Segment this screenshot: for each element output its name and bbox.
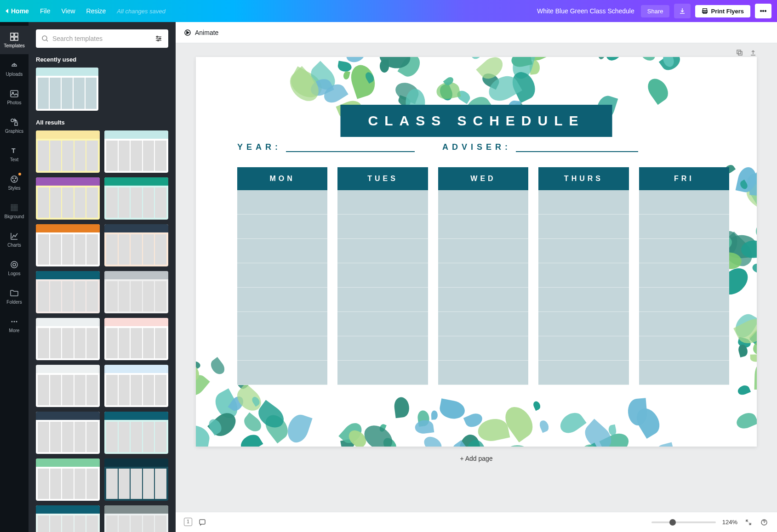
template-thumb[interactable]	[104, 505, 168, 532]
all-templates	[36, 130, 168, 532]
template-thumb[interactable]	[104, 458, 168, 501]
section-all-results: All results	[36, 119, 168, 126]
more-button[interactable]: •••	[755, 4, 771, 18]
year-field[interactable]: YEAR:	[237, 142, 415, 152]
document-title[interactable]: White Blue Green Class Schedule	[537, 7, 634, 15]
search-input[interactable]	[52, 35, 151, 42]
header-right: White Blue Green Class Schedule Share Pr…	[537, 4, 771, 18]
header-left: Home File View Resize All changes saved	[6, 7, 166, 15]
template-thumb[interactable]	[104, 271, 168, 313]
nav-label: Text	[10, 157, 18, 162]
svg-rect-28	[200, 520, 205, 524]
template-thumb[interactable]	[36, 365, 100, 407]
zoom-slider[interactable]	[651, 521, 716, 523]
more-icon	[10, 317, 19, 326]
export-page-button[interactable]	[749, 49, 757, 58]
day-header: THURS	[538, 167, 628, 190]
template-thumb[interactable]	[104, 318, 168, 360]
template-thumb[interactable]	[36, 130, 100, 173]
nav-label: Styles	[8, 186, 20, 191]
day-column[interactable]: THURS	[538, 167, 628, 385]
nav-uploads[interactable]: Uploads	[0, 54, 29, 83]
svg-point-9	[11, 119, 14, 122]
template-thumb[interactable]	[36, 177, 100, 220]
template-thumb[interactable]	[36, 505, 100, 532]
nav-label: Photos	[7, 100, 21, 105]
animate-button[interactable]: Animate	[184, 29, 218, 36]
fullscreen-button[interactable]	[744, 518, 753, 527]
add-page-button[interactable]: + Add page	[194, 447, 759, 470]
day-body[interactable]	[538, 190, 628, 385]
template-thumb[interactable]	[36, 224, 100, 266]
templates-panel: Recently used All results	[29, 22, 176, 532]
svg-rect-26	[737, 50, 741, 54]
nav-label: More	[9, 328, 20, 333]
help-button[interactable]	[760, 518, 769, 527]
nav-label: Charts	[7, 243, 21, 248]
template-thumb[interactable]	[36, 458, 100, 501]
template-thumb[interactable]	[104, 412, 168, 454]
menu-view[interactable]: View	[61, 7, 75, 15]
day-column[interactable]: MON	[237, 167, 327, 385]
svg-point-23	[160, 38, 161, 40]
nav-background[interactable]: Bkground	[0, 197, 29, 225]
duplicate-page-button[interactable]	[736, 49, 743, 58]
svg-rect-3	[11, 33, 14, 36]
canvas-scroll[interactable]: CLASS SCHEDULE YEAR: ADVISER: MONTUESWED…	[176, 43, 777, 512]
svg-rect-10	[15, 123, 17, 125]
svg-rect-27	[738, 51, 742, 55]
template-thumb-recent[interactable]	[36, 68, 98, 111]
nav-templates[interactable]: Templates	[0, 26, 29, 54]
adviser-field[interactable]: ADVISER:	[442, 142, 638, 152]
day-column[interactable]: FRI	[639, 167, 729, 385]
nav-logos[interactable]: Logos	[0, 254, 29, 282]
nav-charts[interactable]: Charts	[0, 225, 29, 254]
template-thumb[interactable]	[104, 130, 168, 173]
nav-more[interactable]: More	[0, 311, 29, 339]
template-thumb[interactable]	[36, 412, 100, 454]
folders-icon	[10, 289, 19, 298]
nav-text[interactable]: TText	[0, 140, 29, 168]
app-header: Home File View Resize All changes saved …	[0, 0, 777, 22]
filter-icon[interactable]	[154, 34, 163, 43]
day-column[interactable]: TUES	[337, 167, 428, 385]
nav-photos[interactable]: Photos	[0, 83, 29, 111]
download-button[interactable]	[674, 4, 691, 18]
home-button[interactable]: Home	[6, 7, 29, 15]
page-count-button[interactable]: 1	[184, 518, 192, 526]
print-icon	[702, 8, 708, 14]
template-thumb[interactable]	[104, 224, 168, 266]
animate-label: Animate	[195, 29, 218, 36]
uploads-icon	[10, 61, 19, 70]
template-thumb[interactable]	[36, 271, 100, 313]
nav-rail: TemplatesUploadsPhotosGraphicsTTextStyle…	[0, 22, 29, 532]
menu-resize[interactable]: Resize	[86, 7, 106, 15]
zoom-label[interactable]: 124%	[722, 519, 737, 526]
print-button[interactable]: Print Flyers	[695, 5, 750, 17]
nav-graphics[interactable]: Graphics	[0, 111, 29, 140]
duplicate-icon	[736, 49, 743, 56]
notes-button[interactable]	[198, 518, 207, 527]
title-banner[interactable]: CLASS SCHEDULE	[340, 105, 612, 137]
day-body[interactable]	[639, 190, 729, 385]
share-button[interactable]: Share	[641, 5, 670, 17]
menu-file[interactable]: File	[40, 7, 51, 15]
svg-text:T: T	[11, 147, 16, 154]
nav-styles[interactable]: Styles	[0, 168, 29, 197]
day-body[interactable]	[337, 190, 428, 385]
template-thumb[interactable]	[104, 177, 168, 220]
template-thumb[interactable]	[36, 318, 100, 360]
template-thumb[interactable]	[104, 365, 168, 407]
day-column[interactable]: WED	[438, 167, 528, 385]
bottom-left: 1	[184, 518, 207, 527]
search-icon	[41, 35, 49, 42]
deco-top	[279, 57, 674, 103]
design-page[interactable]: CLASS SCHEDULE YEAR: ADVISER: MONTUESWED…	[196, 57, 757, 447]
svg-point-13	[12, 178, 13, 179]
day-body[interactable]	[438, 190, 528, 385]
nav-folders[interactable]: Folders	[0, 282, 29, 311]
svg-point-22	[157, 36, 158, 38]
canvas-area: Animate CLASS SCHEDULE	[176, 22, 777, 532]
day-body[interactable]	[237, 190, 327, 385]
search-box[interactable]	[36, 29, 168, 48]
